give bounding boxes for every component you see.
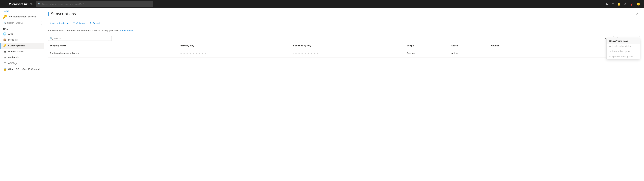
service-header: 🔑 API Management service <box>0 13 44 21</box>
cell-display-name: Built-in all-access subscrip... <box>48 49 178 58</box>
refresh-label: Refresh <box>93 22 100 24</box>
col-display-name: Display name <box>48 43 178 49</box>
subscriptions-icon: 🔑 <box>3 44 6 47</box>
columns-icon: ☷ <box>73 22 75 24</box>
topbar: ☰ Microsoft Azure 🔍 ▶ ⇪ 🔔 ⚙ ❓ 🙂 <box>0 0 644 8</box>
page-title: Subscriptions <box>48 12 76 16</box>
context-menu: Show/hide keys Activate subscription Sub… <box>606 38 640 59</box>
named-values-icon: ▦ <box>3 50 6 53</box>
bell-icon[interactable]: 🔔 <box>616 2 622 7</box>
api-tags-icon: 🏷 <box>3 62 6 65</box>
cell-state: Active <box>450 49 489 58</box>
secondary-key-masked: •••••••••••••••••• <box>293 52 320 54</box>
col-secondary-key: Secondary key <box>291 43 405 49</box>
sidebar-item-oauth[interactable]: 🔒 OAuth 2.0 + OpenID Connect <box>0 66 44 72</box>
sidebar-section-apis: APIs <box>0 27 44 31</box>
cell-secondary-key: •••••••••••••••••• <box>291 49 405 58</box>
search-box[interactable]: 🔍 <box>48 36 112 41</box>
primary-key-masked: •••••••••••••••••• <box>180 52 206 54</box>
table-row: Built-in all-access subscrip... ••••••••… <box>48 49 640 58</box>
search-box-icon: 🔍 <box>50 37 53 40</box>
context-menu-item-show-hide-keys[interactable]: Show/hide keys <box>606 38 640 44</box>
col-scope: Scope <box>405 43 450 49</box>
search-scope-row: 🔍 Scope All ⌄ <box>44 34 644 43</box>
toolbar: + Add subscription ☷ Columns ↻ Refresh <box>44 19 644 27</box>
cell-primary-key: •••••••••••••••••• <box>178 49 291 58</box>
service-name: API Management service <box>9 16 36 18</box>
refresh-button[interactable]: ↻ Refresh <box>88 21 102 26</box>
sidebar-item-oauth-label: OAuth 2.0 + OpenID Connect <box>8 68 40 70</box>
smile-icon[interactable]: 🙂 <box>635 2 641 7</box>
apis-icon: 🌐 <box>3 32 6 36</box>
global-search-box[interactable]: 🔍 <box>36 1 153 7</box>
page-options-button[interactable]: ··· <box>78 12 80 16</box>
add-subscription-label: Add subscription <box>52 22 68 24</box>
backends-icon: ☁️ <box>3 56 6 59</box>
sidebar: Home › 🔑 API Management service 🔍 APIs 🌐… <box>0 8 44 181</box>
service-icon: 🔑 <box>3 14 7 19</box>
search-icon: 🔍 <box>38 3 41 5</box>
refresh-icon: ↻ <box>90 22 92 24</box>
add-subscription-button[interactable]: + Add subscription <box>48 21 70 26</box>
info-text: API consumers can subscribe to Products … <box>48 29 120 32</box>
breadcrumb-separator: › <box>10 10 10 12</box>
subscriptions-table-container: Display name Primary key Secondary key S… <box>44 43 644 58</box>
sidebar-item-backends-label: Backends <box>8 56 18 59</box>
sidebar-search-icon: 🔍 <box>4 22 6 24</box>
context-menu-item-suspend: Suspend subscription <box>606 54 640 59</box>
breadcrumb: Home › <box>0 8 44 13</box>
columns-label: Columns <box>76 22 85 24</box>
page-header: Subscriptions ··· ✕ <box>44 8 644 19</box>
col-primary-key: Primary key <box>178 43 291 49</box>
context-menu-item-submit: Submit subscription <box>606 49 640 54</box>
sidebar-item-subscriptions-label: Subscriptions <box>8 44 25 47</box>
global-search-input[interactable] <box>42 3 151 5</box>
info-bar: API consumers can subscribe to Products … <box>44 27 644 34</box>
sidebar-item-products[interactable]: 📦 Products <box>0 37 44 43</box>
help-icon[interactable]: ❓ <box>628 2 634 7</box>
sidebar-item-products-label: Products <box>8 38 18 41</box>
topbar-icons: ▶ ⇪ 🔔 ⚙ ❓ 🙂 <box>605 2 641 7</box>
sidebar-item-api-tags[interactable]: 🏷 API Tags <box>0 60 44 66</box>
columns-button[interactable]: ☷ Columns <box>71 21 87 26</box>
search-input[interactable] <box>54 37 110 40</box>
upload-icon[interactable]: ⇪ <box>610 2 615 7</box>
sidebar-item-backends[interactable]: ☁️ Backends <box>0 54 44 60</box>
add-icon: + <box>50 22 51 24</box>
gear-icon[interactable]: ⚙ <box>623 2 628 7</box>
context-menu-item-activate: Activate subscription <box>606 44 640 49</box>
sidebar-search-box[interactable]: 🔍 <box>2 21 42 25</box>
learn-more-link[interactable]: Learn more <box>120 29 133 32</box>
brand-name: Microsoft Azure <box>9 2 32 6</box>
col-state: State <box>450 43 489 49</box>
hamburger-icon[interactable]: ☰ <box>3 2 7 6</box>
sidebar-item-named-values[interactable]: ▦ Named values <box>0 48 44 54</box>
close-button[interactable]: ✕ <box>635 12 640 16</box>
cell-scope: Service <box>405 49 450 58</box>
sidebar-item-named-values-label: Named values <box>8 50 24 53</box>
sidebar-item-apis[interactable]: 🌐 APIs <box>0 31 44 37</box>
sidebar-search-input[interactable] <box>7 22 40 24</box>
sidebar-item-subscriptions[interactable]: 🔑 Subscriptions <box>0 43 44 48</box>
products-icon: 📦 <box>3 38 6 42</box>
oauth-icon: 🔒 <box>3 68 6 71</box>
main-content: Subscriptions ··· ✕ + Add subscription ☷… <box>44 8 644 181</box>
terminal-icon[interactable]: ▶ <box>605 2 610 7</box>
sidebar-item-api-tags-label: API Tags <box>8 62 17 64</box>
col-owner: Owner <box>489 43 534 49</box>
layout: Home › 🔑 API Management service 🔍 APIs 🌐… <box>0 8 644 181</box>
subscriptions-table: Display name Primary key Secondary key S… <box>48 43 640 58</box>
breadcrumb-home[interactable]: Home <box>3 10 9 12</box>
cell-owner <box>489 49 534 58</box>
sidebar-item-apis-label: APIs <box>8 33 13 35</box>
table-header-row: Display name Primary key Secondary key S… <box>48 43 640 49</box>
